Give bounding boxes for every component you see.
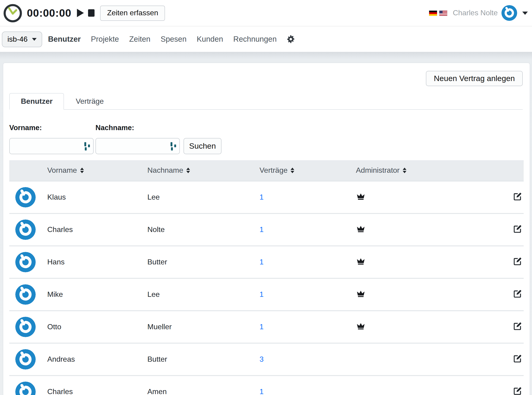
power-logo-icon <box>15 284 36 305</box>
power-logo-icon <box>15 382 36 395</box>
cell-nachname: Butter <box>147 246 259 278</box>
main-navigation: isb-46 Benutzer Projekte Zeiten Spesen K… <box>0 26 532 52</box>
play-icon[interactable] <box>77 9 84 17</box>
table-row: Otto Mueller 1 <box>9 311 524 343</box>
first-name-label: Vorname: <box>9 124 94 132</box>
cell-vorname: Charles <box>47 376 147 395</box>
cell-vorname: Klaus <box>47 181 147 214</box>
cell-administrator <box>356 246 510 278</box>
cell-administrator <box>356 278 510 311</box>
table-row: Hans Butter 1 <box>9 246 524 278</box>
edit-user-button[interactable] <box>513 192 522 201</box>
edit-user-button[interactable] <box>513 354 522 363</box>
last-name-label: Nachname: <box>95 124 180 132</box>
contract-count-link[interactable]: 1 <box>259 290 264 298</box>
edit-user-button[interactable] <box>513 224 522 233</box>
cell-vorname: Hans <box>47 246 147 278</box>
contract-count-link[interactable]: 1 <box>259 258 264 266</box>
tab-vertraege[interactable]: Verträge <box>64 93 115 110</box>
contract-count-link[interactable]: 1 <box>259 225 264 233</box>
german-flag-icon[interactable] <box>429 11 437 16</box>
cell-vertraege: 3 <box>259 343 356 376</box>
record-times-button[interactable]: Zeiten erfassen <box>100 5 165 21</box>
last-name-input[interactable] <box>96 138 179 154</box>
contract-count-link[interactable]: 1 <box>259 193 264 201</box>
col-vertraege[interactable]: Verträge <box>259 160 356 181</box>
stop-icon[interactable] <box>88 9 95 17</box>
table-header-row: Vorname Nachname Verträge Administrator <box>9 160 524 181</box>
sort-icon[interactable] <box>291 168 295 173</box>
form-fill-extension-icon[interactable] <box>84 142 90 150</box>
filter-form: Vorname: Nachname: Suchen <box>9 124 523 154</box>
cell-nachname: Lee <box>147 181 259 214</box>
nav-item-rechnungen[interactable]: Rechnungen <box>228 35 282 44</box>
power-logo-icon <box>15 317 36 337</box>
contract-count-link[interactable]: 3 <box>259 355 264 363</box>
sort-icon[interactable] <box>80 168 84 173</box>
col-vorname[interactable]: Vorname <box>47 160 147 181</box>
cell-administrator <box>356 214 510 246</box>
nav-item-zeiten[interactable]: Zeiten <box>124 35 156 44</box>
create-contract-button[interactable]: Neuen Vertrag anlegen <box>426 71 523 86</box>
search-button[interactable]: Suchen <box>184 138 222 154</box>
tab-bar: Benutzer Verträge <box>9 93 523 110</box>
admin-crown-icon <box>356 225 366 233</box>
topbar-user-area: Charles Nolte <box>429 5 532 21</box>
user-avatar <box>15 317 36 337</box>
user-avatar <box>15 284 36 305</box>
user-menu-caret-icon[interactable] <box>522 11 528 15</box>
nav-links: Benutzer Projekte Zeiten Spesen Kunden R… <box>43 35 282 44</box>
cell-administrator <box>356 181 510 214</box>
admin-crown-icon <box>356 257 366 265</box>
edit-user-button[interactable] <box>513 386 522 395</box>
workspace-selector[interactable]: isb-46 <box>2 31 42 47</box>
table-row: Charles Amen 1 <box>9 376 524 395</box>
last-name-field-group: Nachname: <box>95 124 180 154</box>
cell-vertraege: 1 <box>259 311 356 343</box>
user-avatar[interactable] <box>501 5 517 21</box>
nav-item-kunden[interactable]: Kunden <box>192 35 228 44</box>
sort-icon[interactable] <box>403 168 407 173</box>
sort-icon[interactable] <box>186 168 190 173</box>
col-nachname[interactable]: Nachname <box>147 160 259 181</box>
user-avatar <box>15 219 36 240</box>
first-name-input[interactable] <box>10 138 93 154</box>
col-actions <box>510 160 524 181</box>
admin-crown-icon <box>356 192 366 201</box>
nav-item-benutzer[interactable]: Benutzer <box>43 35 86 44</box>
us-flag-icon[interactable] <box>439 11 447 16</box>
workspace-label: isb-46 <box>7 35 28 43</box>
nav-item-spesen[interactable]: Spesen <box>156 35 192 44</box>
edit-user-button[interactable] <box>513 289 522 298</box>
cell-vorname: Andreas <box>47 343 147 376</box>
contract-count-link[interactable]: 1 <box>259 323 264 331</box>
first-name-field-group: Vorname: <box>9 124 94 154</box>
edit-user-button[interactable] <box>513 322 522 330</box>
nav-item-projekte[interactable]: Projekte <box>86 35 124 44</box>
current-user-name: Charles Nolte <box>453 9 498 17</box>
cell-administrator <box>356 311 510 343</box>
cell-vertraege: 1 <box>259 246 356 278</box>
cell-vorname: Otto <box>47 311 147 343</box>
edit-user-button[interactable] <box>513 257 522 266</box>
settings-gear-icon[interactable] <box>286 35 295 44</box>
power-logo-icon <box>501 5 517 21</box>
application-window: 00:00:00 Zeiten erfassen Charles Nolte i… <box>0 0 532 395</box>
cell-nachname: Butter <box>147 343 259 376</box>
user-avatar <box>15 349 36 369</box>
power-logo-icon <box>15 187 36 208</box>
table-row: Andreas Butter 3 <box>9 343 524 376</box>
admin-crown-icon <box>356 289 366 298</box>
user-avatar <box>15 252 36 272</box>
power-logo-icon <box>15 349 36 369</box>
form-fill-extension-icon[interactable] <box>171 142 176 150</box>
cell-nachname: Lee <box>147 278 259 311</box>
cell-nachname: Amen <box>147 376 259 395</box>
tab-benutzer[interactable]: Benutzer <box>9 93 64 110</box>
user-avatar <box>15 187 36 208</box>
contract-count-link[interactable]: 1 <box>259 388 264 395</box>
cell-administrator <box>356 343 510 376</box>
admin-crown-icon <box>356 322 366 330</box>
cell-vertraege: 1 <box>259 181 356 214</box>
col-administrator[interactable]: Administrator <box>356 160 510 181</box>
